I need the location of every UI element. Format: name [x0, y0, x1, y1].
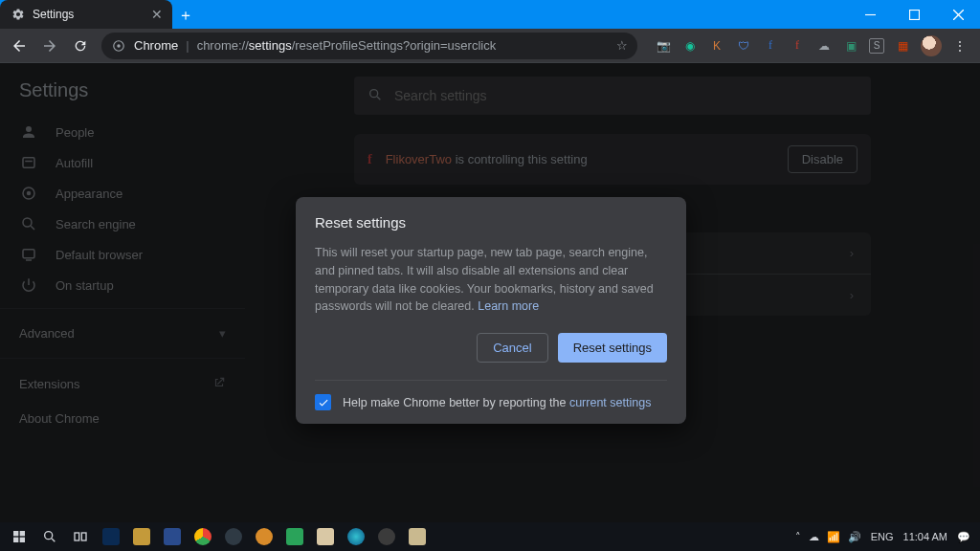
svg-rect-0 [865, 13, 876, 14]
chevron-right-icon: › [850, 288, 854, 302]
svg-rect-11 [13, 531, 18, 536]
sidebar-item-default-browser[interactable]: Default browser [0, 239, 245, 270]
gear-icon [11, 8, 25, 21]
extension-control-banner: f FlikoverTwo is controlling this settin… [354, 134, 871, 185]
page-title: Settings [19, 79, 88, 101]
extension-icons: 📷 ◉ K 🛡 f f ☁ ▣ S ▦ ⋮ [641, 35, 974, 56]
ext-video-icon[interactable]: ▣ [842, 37, 859, 55]
tray-clock[interactable]: 11:04 AM [903, 531, 947, 542]
ext-camera-icon[interactable]: 📷 [655, 37, 672, 55]
tray-notifications-icon[interactable]: 💬 [957, 531, 970, 543]
reset-settings-dialog: Reset settings This will reset your star… [296, 197, 686, 424]
close-tab-icon[interactable]: ✕ [151, 7, 163, 22]
chrome-info-icon [111, 38, 126, 54]
ext-cloud-icon[interactable]: ☁ [815, 37, 833, 55]
chrome-menu-button[interactable]: ⋮ [951, 37, 969, 55]
tray-volume-icon[interactable]: 🔊 [848, 531, 861, 543]
sidebar-item-autofill[interactable]: Autofill [0, 147, 245, 178]
taskbar-tray: ˄ ☁ 📶 🔊 ENG 11:04 AM 💬 [795, 531, 976, 543]
sidebar-item-search-engine[interactable]: Search engine [0, 209, 245, 239]
taskbar-app-edge[interactable] [341, 522, 371, 551]
search-icon [19, 215, 38, 232]
settings-sidebar: People Autofill Appearance Search engine… [0, 63, 245, 522]
current-settings-link[interactable]: current settings [569, 396, 651, 409]
sidebar-item-label: On startup [56, 278, 114, 293]
sidebar-separator [0, 358, 245, 359]
ext-f1-icon[interactable]: f [762, 37, 779, 55]
new-tab-button[interactable]: ＋ [172, 2, 199, 29]
bookmark-star-icon[interactable]: ☆ [616, 38, 628, 53]
browser-tab-settings[interactable]: Settings ✕ [0, 0, 172, 29]
dialog-title: Reset settings [315, 214, 667, 231]
autofill-icon [19, 154, 38, 171]
tray-wifi-icon[interactable]: 📶 [827, 531, 840, 543]
start-button[interactable] [4, 522, 34, 551]
maximize-button[interactable] [892, 0, 936, 29]
sidebar-advanced-toggle[interactable]: Advanced ▾ [0, 317, 245, 350]
chevron-right-icon: › [850, 246, 854, 260]
sidebar-extensions-link[interactable]: Extensions [0, 366, 245, 402]
external-link-icon [212, 376, 226, 392]
sidebar-about-link[interactable]: About Chrome [0, 402, 245, 435]
cancel-button[interactable]: Cancel [477, 333, 547, 363]
sidebar-separator [0, 308, 245, 309]
learn-more-link[interactable]: Learn more [478, 299, 539, 313]
ext-shield-icon[interactable]: 🛡 [735, 37, 752, 55]
sidebar-extensions-label: Extensions [19, 377, 80, 391]
taskbar-app-5[interactable] [218, 522, 249, 551]
svg-rect-13 [13, 538, 18, 542]
taskbar-app-2[interactable] [126, 522, 157, 551]
minimize-button[interactable] [848, 0, 892, 29]
sidebar-advanced-label: Advanced [19, 326, 75, 341]
banner-text: FlikoverTwo is controlling this setting [386, 152, 588, 166]
sidebar-item-people[interactable]: People [0, 117, 245, 147]
close-window-button[interactable] [936, 0, 980, 29]
extension-banner-icon: f [368, 152, 372, 167]
person-icon [19, 123, 38, 141]
sidebar-item-on-startup[interactable]: On startup [0, 270, 245, 300]
sidebar-item-label: Default browser [56, 248, 143, 262]
svg-rect-12 [20, 531, 25, 536]
profile-avatar[interactable] [921, 35, 942, 56]
ext-k-icon[interactable]: K [708, 37, 725, 55]
tab-title: Settings [33, 8, 144, 21]
svg-rect-14 [20, 538, 25, 542]
forward-button[interactable] [36, 33, 63, 59]
sidebar-item-label: Appearance [56, 187, 122, 201]
url-text: chrome://settings/resetProfileSettings?o… [197, 38, 609, 53]
taskbar-app-8[interactable] [310, 522, 341, 551]
svg-point-15 [45, 532, 53, 540]
tray-onedrive-icon[interactable]: ☁ [809, 531, 819, 543]
ext-f2-icon[interactable]: f [789, 37, 806, 55]
svg-rect-5 [25, 161, 33, 163]
disable-extension-button[interactable]: Disable [788, 145, 858, 173]
sidebar-about-label: About Chrome [19, 411, 100, 426]
taskbar-app-11[interactable] [402, 522, 433, 551]
reset-settings-button[interactable]: Reset settings [558, 333, 667, 363]
tray-language[interactable]: ENG [871, 531, 894, 542]
origin-label: Chrome [134, 38, 178, 53]
taskbar-app-1[interactable] [96, 522, 126, 551]
taskbar-app-3[interactable] [157, 522, 188, 551]
report-checkbox[interactable] [315, 394, 331, 410]
window-controls [848, 0, 980, 29]
taskbar-search-icon[interactable] [34, 522, 65, 551]
taskbar-app-7[interactable] [279, 522, 310, 551]
taskbar-app-chrome[interactable] [188, 522, 218, 551]
svg-point-3 [117, 44, 121, 48]
taskbar-app-10[interactable] [371, 522, 402, 551]
reload-button[interactable] [67, 33, 94, 59]
windows-taskbar: ˄ ☁ 📶 🔊 ENG 11:04 AM 💬 [0, 522, 980, 551]
ext-office-icon[interactable]: ▦ [894, 37, 911, 55]
task-view-icon[interactable] [65, 522, 96, 551]
taskbar-app-6[interactable] [249, 522, 279, 551]
appearance-icon [19, 185, 38, 202]
back-button[interactable] [6, 33, 33, 59]
sidebar-item-label: Search engine [56, 217, 136, 231]
address-bar[interactable]: Chrome | chrome://settings/resetProfileS… [101, 33, 637, 59]
tray-chevron-up-icon[interactable]: ˄ [795, 531, 801, 543]
ext-s-icon[interactable]: S [869, 38, 884, 54]
dialog-footer: Help make Chrome better by reporting the… [315, 380, 667, 410]
ext-grammarly-icon[interactable]: ◉ [681, 37, 699, 55]
sidebar-item-appearance[interactable]: Appearance [0, 178, 245, 209]
